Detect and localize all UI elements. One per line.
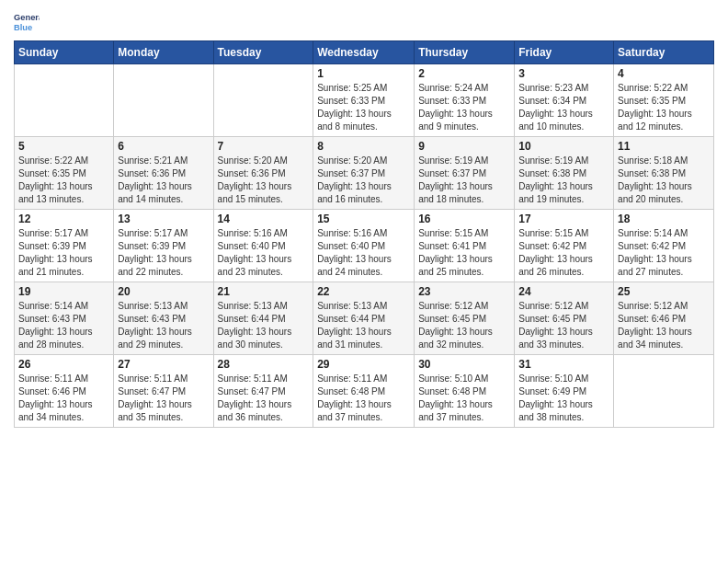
- calendar-cell: 9Sunrise: 5:19 AM Sunset: 6:37 PM Daylig…: [415, 137, 515, 210]
- day-info: Sunrise: 5:10 AM Sunset: 6:49 PM Dayligh…: [518, 373, 609, 424]
- calendar-cell: 4Sunrise: 5:22 AM Sunset: 6:35 PM Daylig…: [614, 64, 714, 137]
- day-header-saturday: Saturday: [614, 41, 714, 64]
- week-row-2: 5Sunrise: 5:22 AM Sunset: 6:35 PM Daylig…: [15, 137, 714, 210]
- calendar-cell: 8Sunrise: 5:20 AM Sunset: 6:37 PM Daylig…: [313, 137, 415, 210]
- day-info: Sunrise: 5:15 AM Sunset: 6:41 PM Dayligh…: [418, 227, 510, 279]
- calendar-cell: 21Sunrise: 5:13 AM Sunset: 6:44 PM Dayli…: [213, 282, 313, 355]
- calendar-cell: 24Sunrise: 5:12 AM Sunset: 6:45 PM Dayli…: [515, 282, 614, 355]
- svg-text:Blue: Blue: [14, 23, 32, 32]
- calendar-cell: 29Sunrise: 5:11 AM Sunset: 6:48 PM Dayli…: [313, 355, 415, 428]
- day-header-sunday: Sunday: [15, 41, 114, 64]
- day-number: 9: [418, 140, 510, 153]
- day-info: Sunrise: 5:20 AM Sunset: 6:37 PM Dayligh…: [317, 155, 410, 206]
- day-number: 22: [317, 285, 410, 298]
- day-header-friday: Friday: [515, 41, 614, 64]
- svg-text:General: General: [14, 13, 40, 22]
- day-info: Sunrise: 5:24 AM Sunset: 6:33 PM Dayligh…: [418, 82, 510, 133]
- calendar-cell: 31Sunrise: 5:10 AM Sunset: 6:49 PM Dayli…: [515, 355, 614, 428]
- day-info: Sunrise: 5:12 AM Sunset: 6:46 PM Dayligh…: [618, 300, 710, 351]
- day-info: Sunrise: 5:23 AM Sunset: 6:34 PM Dayligh…: [518, 82, 609, 133]
- day-info: Sunrise: 5:22 AM Sunset: 6:35 PM Dayligh…: [18, 155, 109, 206]
- calendar-cell: 25Sunrise: 5:12 AM Sunset: 6:46 PM Dayli…: [614, 282, 714, 355]
- day-number: 30: [418, 358, 510, 371]
- day-number: 5: [18, 140, 109, 153]
- day-number: 14: [218, 213, 310, 225]
- day-info: Sunrise: 5:17 AM Sunset: 6:39 PM Dayligh…: [18, 227, 109, 279]
- week-row-5: 26Sunrise: 5:11 AM Sunset: 6:46 PM Dayli…: [15, 355, 714, 428]
- day-number: 21: [218, 285, 310, 298]
- day-header-monday: Monday: [114, 41, 213, 64]
- week-row-1: 1Sunrise: 5:25 AM Sunset: 6:33 PM Daylig…: [15, 64, 714, 137]
- calendar-cell: 19Sunrise: 5:14 AM Sunset: 6:43 PM Dayli…: [15, 282, 114, 355]
- day-info: Sunrise: 5:11 AM Sunset: 6:48 PM Dayligh…: [317, 373, 410, 424]
- calendar-cell: 3Sunrise: 5:23 AM Sunset: 6:34 PM Daylig…: [515, 64, 614, 137]
- day-number: 12: [18, 213, 109, 225]
- day-header-tuesday: Tuesday: [213, 41, 313, 64]
- calendar-cell: 28Sunrise: 5:11 AM Sunset: 6:47 PM Dayli…: [213, 355, 313, 428]
- calendar-cell: [114, 64, 213, 137]
- day-info: Sunrise: 5:19 AM Sunset: 6:38 PM Dayligh…: [518, 155, 609, 206]
- day-number: 7: [218, 140, 310, 153]
- day-number: 1: [317, 67, 410, 80]
- day-info: Sunrise: 5:13 AM Sunset: 6:44 PM Dayligh…: [218, 300, 310, 351]
- day-header-wednesday: Wednesday: [313, 41, 415, 64]
- logo-icon: GeneralBlue: [14, 9, 40, 35]
- day-info: Sunrise: 5:12 AM Sunset: 6:45 PM Dayligh…: [418, 300, 510, 351]
- calendar-cell: 6Sunrise: 5:21 AM Sunset: 6:36 PM Daylig…: [114, 137, 213, 210]
- calendar-cell: [15, 64, 114, 137]
- day-info: Sunrise: 5:14 AM Sunset: 6:42 PM Dayligh…: [618, 227, 710, 279]
- calendar-cell: 5Sunrise: 5:22 AM Sunset: 6:35 PM Daylig…: [15, 137, 114, 210]
- day-number: 23: [418, 285, 510, 298]
- day-number: 8: [317, 140, 410, 153]
- day-info: Sunrise: 5:16 AM Sunset: 6:40 PM Dayligh…: [218, 227, 310, 279]
- calendar-cell: 17Sunrise: 5:15 AM Sunset: 6:42 PM Dayli…: [515, 210, 614, 282]
- day-info: Sunrise: 5:11 AM Sunset: 6:47 PM Dayligh…: [118, 373, 209, 424]
- day-info: Sunrise: 5:13 AM Sunset: 6:43 PM Dayligh…: [118, 300, 209, 351]
- day-info: Sunrise: 5:10 AM Sunset: 6:48 PM Dayligh…: [418, 373, 510, 424]
- calendar-cell: 23Sunrise: 5:12 AM Sunset: 6:45 PM Dayli…: [415, 282, 515, 355]
- calendar-cell: 2Sunrise: 5:24 AM Sunset: 6:33 PM Daylig…: [415, 64, 515, 137]
- calendar-table: SundayMondayTuesdayWednesdayThursdayFrid…: [14, 40, 714, 428]
- calendar-cell: 13Sunrise: 5:17 AM Sunset: 6:39 PM Dayli…: [114, 210, 213, 282]
- day-number: 18: [618, 213, 710, 225]
- day-number: 6: [118, 140, 209, 153]
- day-info: Sunrise: 5:18 AM Sunset: 6:38 PM Dayligh…: [618, 155, 710, 206]
- calendar-cell: 26Sunrise: 5:11 AM Sunset: 6:46 PM Dayli…: [15, 355, 114, 428]
- calendar-cell: 12Sunrise: 5:17 AM Sunset: 6:39 PM Dayli…: [15, 210, 114, 282]
- calendar-cell: 10Sunrise: 5:19 AM Sunset: 6:38 PM Dayli…: [515, 137, 614, 210]
- calendar-cell: 7Sunrise: 5:20 AM Sunset: 6:36 PM Daylig…: [213, 137, 313, 210]
- day-number: 2: [418, 67, 510, 80]
- day-info: Sunrise: 5:19 AM Sunset: 6:37 PM Dayligh…: [418, 155, 510, 206]
- day-info: Sunrise: 5:16 AM Sunset: 6:40 PM Dayligh…: [317, 227, 410, 279]
- week-row-4: 19Sunrise: 5:14 AM Sunset: 6:43 PM Dayli…: [15, 282, 714, 355]
- day-info: Sunrise: 5:25 AM Sunset: 6:33 PM Dayligh…: [317, 82, 410, 133]
- calendar-cell: 15Sunrise: 5:16 AM Sunset: 6:40 PM Dayli…: [313, 210, 415, 282]
- logo: GeneralBlue: [14, 9, 40, 35]
- day-info: Sunrise: 5:21 AM Sunset: 6:36 PM Dayligh…: [118, 155, 209, 206]
- day-info: Sunrise: 5:12 AM Sunset: 6:45 PM Dayligh…: [518, 300, 609, 351]
- calendar-cell: 30Sunrise: 5:10 AM Sunset: 6:48 PM Dayli…: [415, 355, 515, 428]
- day-number: 10: [518, 140, 609, 153]
- day-info: Sunrise: 5:17 AM Sunset: 6:39 PM Dayligh…: [118, 227, 209, 279]
- day-number: 11: [618, 140, 710, 153]
- calendar-cell: [213, 64, 313, 137]
- day-number: 29: [317, 358, 410, 371]
- day-info: Sunrise: 5:11 AM Sunset: 6:47 PM Dayligh…: [218, 373, 310, 424]
- calendar-cell: [614, 355, 714, 428]
- day-number: 16: [418, 213, 510, 225]
- day-number: 3: [518, 67, 609, 80]
- day-info: Sunrise: 5:13 AM Sunset: 6:44 PM Dayligh…: [317, 300, 410, 351]
- calendar-cell: 14Sunrise: 5:16 AM Sunset: 6:40 PM Dayli…: [213, 210, 313, 282]
- calendar-cell: 20Sunrise: 5:13 AM Sunset: 6:43 PM Dayli…: [114, 282, 213, 355]
- day-number: 31: [518, 358, 609, 371]
- day-number: 17: [518, 213, 609, 225]
- day-number: 28: [218, 358, 310, 371]
- day-number: 4: [618, 67, 710, 80]
- day-info: Sunrise: 5:22 AM Sunset: 6:35 PM Dayligh…: [618, 82, 710, 133]
- day-number: 15: [317, 213, 410, 225]
- day-number: 24: [518, 285, 609, 298]
- day-number: 13: [118, 213, 209, 225]
- calendar-cell: 22Sunrise: 5:13 AM Sunset: 6:44 PM Dayli…: [313, 282, 415, 355]
- day-number: 19: [18, 285, 109, 298]
- week-row-3: 12Sunrise: 5:17 AM Sunset: 6:39 PM Dayli…: [15, 210, 714, 282]
